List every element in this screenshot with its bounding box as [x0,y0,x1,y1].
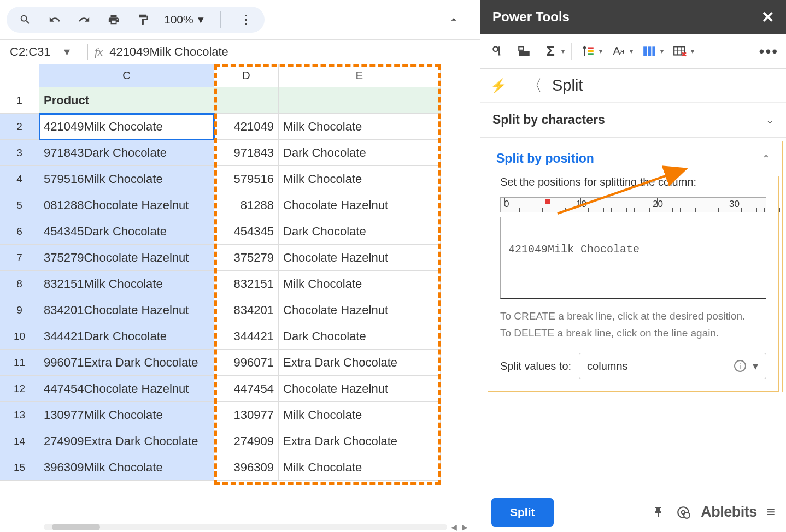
cell[interactable]: 344421Dark Chocolate [39,323,214,350]
split-button[interactable]: Split [491,498,554,527]
dedupe-icon[interactable] [488,42,508,61]
cell[interactable]: 421049Milk Chocolate [39,114,214,140]
column-header-e[interactable]: E [279,64,441,87]
section-header[interactable]: Split by position ⌃ [484,141,782,176]
cell[interactable]: Milk Chocolate [279,402,441,428]
row-header[interactable]: 11 [0,350,39,376]
cell[interactable]: Chocolate Hazelnut [279,245,441,271]
cell[interactable]: 375279 [214,245,279,271]
cell[interactable]: 81288 [214,192,279,218]
select-all-corner[interactable] [0,64,39,87]
position-ruler[interactable]: 0 10 20 30 [500,197,766,212]
back-icon[interactable]: 〈 [527,75,542,96]
cell[interactable]: Milk Chocolate [279,166,441,192]
row-header[interactable]: 6 [0,218,39,245]
collapse-toolbar-icon[interactable] [445,11,462,28]
cell[interactable]: 832151 [214,271,279,297]
cell[interactable]: 130977 [214,402,279,428]
cell[interactable]: 274909 [214,428,279,454]
zoom-dropdown[interactable]: 100% ▾ [164,13,204,26]
horizontal-scrollbar[interactable]: ◀ ▶ [44,523,469,531]
cell[interactable]: Dark Chocolate [279,140,441,166]
cell[interactable]: 579516 [214,166,279,192]
name-box[interactable]: C2:C31 ▾ [10,45,81,59]
more-icon[interactable]: ⋮ [237,11,255,28]
row-header[interactable]: 15 [0,454,39,481]
cell[interactable]: Milk Chocolate [279,114,441,140]
cell[interactable]: 579516Milk Chocolate [39,166,214,192]
row-header[interactable]: 8 [0,271,39,297]
help-icon[interactable]: i [676,505,691,520]
cell[interactable]: 130977Milk Chocolate [39,402,214,428]
row-header[interactable]: 3 [0,140,39,166]
cell[interactable]: Dark Chocolate [279,323,441,350]
close-icon[interactable]: ✕ [761,8,774,26]
split-handle[interactable] [545,199,550,204]
cell[interactable]: 971843Dark Chocolate [39,140,214,166]
row-header[interactable]: 10 [0,323,39,350]
cell[interactable]: Extra Dark Chocolate [279,350,441,376]
cell[interactable]: Chocolate Hazelnut [279,376,441,402]
more-icon[interactable]: ••• [759,43,778,60]
cell[interactable]: Chocolate Hazelnut [279,192,441,218]
section-header[interactable]: Split by characters ⌄ [480,103,786,137]
cell[interactable]: 421049 [214,114,279,140]
split-line[interactable] [548,202,548,298]
scrollbar-thumb[interactable] [52,524,101,530]
cell[interactable]: 344421 [214,323,279,350]
paint-format-icon[interactable] [134,11,152,28]
cell[interactable]: 996071Extra Dark Chocolate [39,350,214,376]
pin-icon[interactable] [650,505,666,520]
row-header[interactable]: 2 [0,114,39,140]
cell[interactable]: 834201Chocolate Hazelnut [39,297,214,323]
cell[interactable]: 454345 [214,218,279,245]
cell[interactable] [214,87,279,114]
cell[interactable]: Milk Chocolate [279,454,441,481]
dest-select[interactable]: columns i ▾ [579,353,766,379]
column-header-c[interactable]: C [39,64,214,87]
formula-value[interactable]: 421049Milk Chocolate [109,45,228,59]
scroll-right-icon[interactable]: ▶ [460,523,469,531]
cell[interactable]: Chocolate Hazelnut [279,297,441,323]
redo-icon[interactable] [75,11,93,28]
cell[interactable]: 454345Dark Chocolate [39,218,214,245]
preview-area[interactable]: 421049Milk Chocolate [500,217,766,299]
sum-dropdown[interactable]: Σ ▾ [541,42,565,61]
clear-dropdown[interactable]: ▾ [670,42,694,61]
cell[interactable]: 396309Milk Chocolate [39,454,214,481]
cell[interactable]: 375279Chocolate Hazelnut [39,245,214,271]
row-header[interactable]: 1 [0,87,39,114]
cell[interactable]: Extra Dark Chocolate [279,428,441,454]
cell[interactable]: 447454Chocolate Hazelnut [39,376,214,402]
undo-icon[interactable] [46,11,63,28]
row-header[interactable]: 5 [0,192,39,218]
cell[interactable]: Dark Chocolate [279,218,441,245]
cell[interactable] [279,87,441,114]
cell[interactable]: 396309 [214,454,279,481]
sort-dropdown[interactable]: ▾ [578,42,602,61]
cell[interactable]: 081288Chocolate Hazelnut [39,192,214,218]
cell[interactable]: 834201 [214,297,279,323]
bolt-icon[interactable]: ⚡ [490,78,507,93]
split-dropdown[interactable]: ▾ [640,42,664,61]
cell[interactable]: 832151Milk Chocolate [39,271,214,297]
column-header-d[interactable]: D [214,64,279,87]
row-header[interactable]: 14 [0,428,39,454]
cell[interactable]: 274909Extra Dark Chocolate [39,428,214,454]
cell[interactable]: 996071 [214,350,279,376]
text-dropdown[interactable]: Aa ▾ [609,42,633,61]
print-icon[interactable] [105,11,122,28]
info-icon[interactable]: i [734,360,746,372]
search-icon[interactable] [16,11,34,28]
row-header[interactable]: 7 [0,245,39,271]
cell[interactable]: Product [39,87,214,114]
scroll-left-icon[interactable]: ◀ [449,523,458,531]
cell[interactable]: 447454 [214,376,279,402]
row-header[interactable]: 12 [0,376,39,402]
row-header[interactable]: 4 [0,166,39,192]
cell[interactable]: Milk Chocolate [279,271,441,297]
merge-icon[interactable] [514,42,534,61]
row-header[interactable]: 9 [0,297,39,323]
menu-icon[interactable]: ≡ [767,504,775,521]
row-header[interactable]: 13 [0,402,39,428]
